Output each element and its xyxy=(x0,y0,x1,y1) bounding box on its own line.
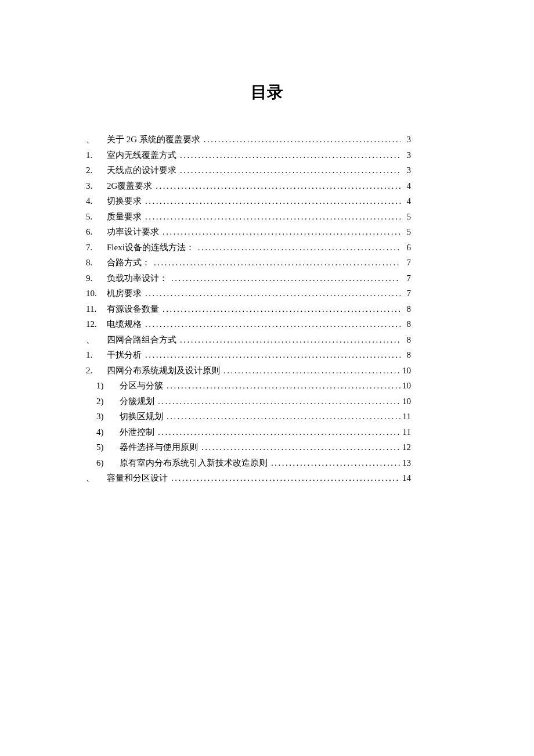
toc-leader xyxy=(154,258,400,267)
toc-label: 切换区规划 xyxy=(120,412,163,421)
toc-page: 8 xyxy=(400,320,411,329)
toc-marker: 、 xyxy=(86,135,107,144)
toc-entry: 1)分区与分簇 10 xyxy=(86,381,411,390)
toc-marker: 、 xyxy=(86,474,107,483)
toc-marker: 6) xyxy=(96,459,120,467)
toc-leader xyxy=(180,336,400,344)
toc-label: 2G覆盖要求 xyxy=(107,182,152,190)
toc-entry: 8.合路方式： 7 xyxy=(86,258,411,267)
toc-page: 12 xyxy=(400,443,411,452)
toc-marker: 1. xyxy=(86,151,107,160)
toc-label: 分簇规划 xyxy=(120,397,154,406)
toc-leader xyxy=(180,151,400,160)
toc-marker: 2) xyxy=(96,397,120,406)
toc-marker: 11. xyxy=(86,305,107,314)
toc-marker: 1) xyxy=(96,381,120,390)
toc-leader xyxy=(204,135,400,144)
toc-page: 4 xyxy=(400,182,411,190)
toc-entry: 、关于 2G 系统的覆盖要求 3 xyxy=(86,135,411,144)
toc-entry: 4)外泄控制 11 xyxy=(86,428,411,437)
toc-page: 5 xyxy=(400,228,411,236)
toc-page: 6 xyxy=(400,243,411,252)
toc-leader xyxy=(158,397,400,406)
toc-leader xyxy=(198,243,400,252)
toc-marker: 1. xyxy=(86,351,107,359)
toc-leader xyxy=(163,305,400,314)
toc-entry: 2)分簇规划 10 xyxy=(86,397,411,406)
toc-leader xyxy=(163,228,400,236)
toc-entry: 5.质量要求5 xyxy=(86,213,411,221)
toc-page: 14 xyxy=(400,474,411,483)
toc-entry: 2.天线点的设计要求 3 xyxy=(86,166,411,175)
toc-entry: 、容量和分区设计14 xyxy=(86,474,411,483)
toc-leader xyxy=(145,197,400,206)
toc-label: 容量和分区设计 xyxy=(107,474,168,483)
toc-entry: 3.2G覆盖要求4 xyxy=(86,182,411,190)
toc-label: 分区与分簇 xyxy=(120,381,163,390)
toc-marker: 、 xyxy=(86,336,107,344)
toc-entry: 6.功率设计要求5 xyxy=(86,228,411,236)
toc-page: 3 xyxy=(400,135,411,144)
toc-entry: 5)器件选择与使用原则 12 xyxy=(86,443,411,452)
toc-label: 质量要求 xyxy=(107,213,142,221)
toc-leader xyxy=(171,274,400,283)
toc-marker: 7. xyxy=(86,243,107,252)
toc-entry: 6)原有室内分布系统引入新技术改造原则13 xyxy=(86,459,411,467)
toc-label: 负载功率设计： xyxy=(107,274,168,283)
toc-label: 室内无线覆盖方式 xyxy=(107,151,176,160)
toc-container: 、关于 2G 系统的覆盖要求 31.室内无线覆盖方式 32.天线点的设计要求 3… xyxy=(86,135,411,483)
toc-entry: 4.切换要求4 xyxy=(86,197,411,206)
toc-page: 10 xyxy=(400,397,411,406)
toc-page: 4 xyxy=(400,197,411,206)
toc-page: 11 xyxy=(400,412,411,421)
toc-entry: 3)切换区规划 11 xyxy=(86,412,411,421)
toc-marker: 3) xyxy=(96,412,120,421)
toc-leader xyxy=(145,320,400,329)
toc-leader xyxy=(145,289,400,298)
toc-page: 8 xyxy=(400,336,411,344)
toc-entry: 9.负载功率设计： 7 xyxy=(86,274,411,283)
toc-page: 7 xyxy=(400,258,411,267)
toc-page: 8 xyxy=(400,351,411,359)
toc-label: 机房要求 xyxy=(107,289,142,298)
toc-leader xyxy=(145,351,400,359)
toc-entry: 10.机房要求7 xyxy=(86,289,411,298)
toc-entry: 、四网合路组合方式8 xyxy=(86,336,411,344)
toc-leader xyxy=(271,459,400,467)
toc-label: Flexi设备的连线方法： xyxy=(107,243,194,252)
toc-page: 8 xyxy=(400,305,411,314)
toc-entry: 1.干扰分析8 xyxy=(86,351,411,359)
toc-marker: 4) xyxy=(96,428,120,437)
toc-marker: 8. xyxy=(86,258,107,267)
toc-entry: 2.四网分布系统规划及设计原则 10 xyxy=(86,366,411,375)
toc-page: 10 xyxy=(400,381,411,390)
toc-leader xyxy=(223,366,400,375)
toc-leader xyxy=(171,474,400,483)
toc-leader xyxy=(180,166,400,175)
toc-marker: 2. xyxy=(86,366,107,375)
toc-page: 10 xyxy=(400,366,411,375)
toc-label: 原有室内分布系统引入新技术改造原则 xyxy=(120,459,268,467)
toc-page: 7 xyxy=(400,274,411,283)
toc-page: 3 xyxy=(400,166,411,175)
toc-page: 7 xyxy=(400,289,411,298)
toc-entry: 12.电缆规格8 xyxy=(86,320,411,329)
toc-entry: 1.室内无线覆盖方式 3 xyxy=(86,151,411,160)
toc-page: 13 xyxy=(400,459,411,467)
toc-label: 天线点的设计要求 xyxy=(107,166,176,175)
toc-leader xyxy=(145,213,400,221)
toc-label: 四网分布系统规划及设计原则 xyxy=(107,366,220,375)
toc-marker: 9. xyxy=(86,274,107,283)
toc-marker: 5) xyxy=(96,443,120,452)
toc-label: 电缆规格 xyxy=(107,320,142,329)
toc-label: 切换要求 xyxy=(107,197,142,206)
toc-label: 外泄控制 xyxy=(120,428,154,437)
toc-marker: 6. xyxy=(86,228,107,236)
toc-title: 目录 xyxy=(0,81,534,103)
toc-label: 四网合路组合方式 xyxy=(107,336,176,344)
toc-marker: 12. xyxy=(86,320,107,329)
toc-label: 干扰分析 xyxy=(107,351,142,359)
toc-marker: 4. xyxy=(86,197,107,206)
toc-marker: 10. xyxy=(86,289,107,298)
toc-entry: 7.Flexi设备的连线方法： 6 xyxy=(86,243,411,252)
